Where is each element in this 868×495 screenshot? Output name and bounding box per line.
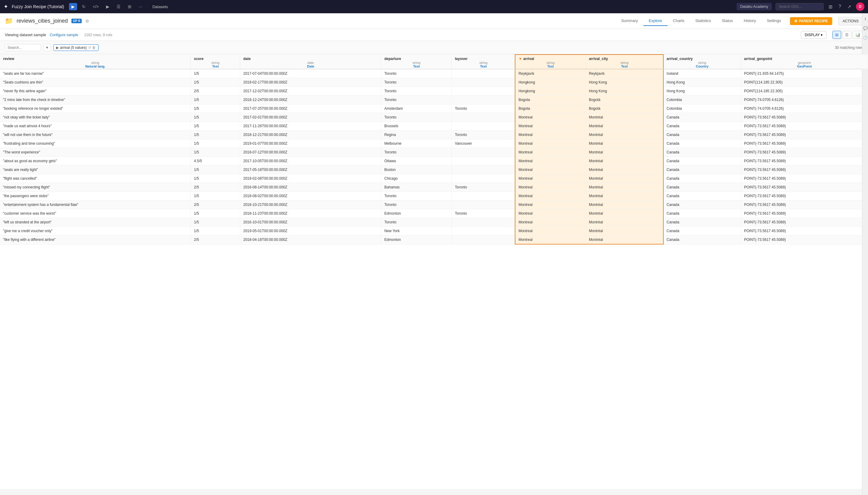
cell-arrival: Bogota [515,96,586,104]
more-button[interactable]: ··· [136,3,145,10]
cell-date: 2018-11-23T00:00:00.000Z [240,209,381,218]
cell-score: 1/5 [191,192,240,201]
table-row: "will not use them in the future" 1/5 20… [0,131,868,139]
col-header-score[interactable]: score string Text [191,54,240,69]
filter-tag-label: arrival (5 values) [60,46,87,50]
cell-arrival: Montreal [515,113,586,122]
cell-layover [452,157,515,166]
display-button[interactable]: DISPLAY ▾ [801,31,827,39]
cell-layover: Toronto [452,209,515,218]
sidebar-history-icon[interactable]: 🕐 [862,34,868,41]
sidebar-comment-icon[interactable]: 💬 [862,25,868,32]
list-view-button[interactable]: ☰ [843,31,851,39]
col-meaning-arrival-geopoint[interactable]: GeoPoint [744,65,865,68]
data-table: review string Natural lang. score string… [0,54,868,244]
actions-button[interactable]: ACTIONS [838,17,863,25]
code-button[interactable]: </> [90,3,101,10]
cell-score: 1/5 [191,174,240,183]
table-row: "Seats cushions are thin" 1/5 2019-02-17… [0,78,868,87]
settings-icon[interactable]: ⚙ [85,19,89,23]
col-meaning-arrival-city[interactable]: Text [589,65,660,68]
cell-arrival-country: Canada [663,131,741,139]
avatar[interactable]: D [856,2,864,11]
cell-arrival-geopoint: POINT(114.185 22.305) [741,87,868,96]
filter-chevron-button[interactable]: ▾ [44,44,51,51]
table-wrapper[interactable]: review string Natural lang. score string… [0,54,868,489]
col-header-review[interactable]: review string Natural lang. [0,54,191,69]
col-header-date[interactable]: date date Date [240,54,381,69]
cell-arrival-geopoint: POINT(-73.5617 45.5089) [741,209,868,218]
cell-date: 2018-10-21T00:00:00.000Z [240,201,381,209]
configure-sample-link[interactable]: Configure sample [50,33,78,37]
col-meaning-review[interactable]: Natural lang. [3,65,188,68]
cell-arrival-country: Canada [663,227,741,236]
cell-departure: Edmonton [381,209,452,218]
chart-icon[interactable]: ↗ [846,3,852,11]
datasets-button[interactable]: Datasets [150,3,171,10]
help-icon[interactable]: ? [837,3,843,11]
tab-summary[interactable]: Summary [616,16,643,26]
cell-score: 1/5 [191,148,240,157]
tab-history[interactable]: History [739,16,761,26]
cell-layover [452,122,515,131]
tab-statistics[interactable]: Statistics [690,16,716,26]
col-header-departure[interactable]: departure string Text [381,54,452,69]
sidebar-info-icon[interactable]: ℹ [862,16,868,22]
academy-button[interactable]: Dataiku Academy [736,3,772,10]
cell-arrival: Montreal [515,227,586,236]
cell-arrival-country: Canada [663,201,741,209]
col-meaning-arrival[interactable]: Text [518,65,583,68]
cell-arrival-geopoint: POINT(-73.5617 45.5089) [741,174,868,183]
col-header-arrival[interactable]: ▼ arrival string Text [515,54,586,69]
col-meaning-date[interactable]: Date [243,65,378,68]
sub-header: Viewing dataset sample Configure sample … [0,29,868,41]
filter-delete-icon[interactable]: 🗑 [92,46,96,50]
col-meaning-score[interactable]: Text [194,65,237,68]
col-meaning-layover[interactable]: Text [455,65,512,68]
filter-refresh-icon[interactable]: ↺ [88,46,91,50]
col-meaning-departure[interactable]: Text [384,65,449,68]
cell-arrival-country: Canada [663,218,741,227]
tab-status[interactable]: Status [716,16,739,26]
table-row: "made us wait almost 4 hours" 1/5 2017-1… [0,122,868,131]
cell-layover: Toronto [452,131,515,139]
parent-recipe-button[interactable]: ⚙ PARENT RECIPE [790,17,832,25]
tab-explore[interactable]: Explore [643,16,667,26]
col-name-arrival-country: arrival_country [667,57,738,61]
cell-arrival-geopoint: POINT(-73.5617 45.5089) [741,183,868,192]
cell-score: 2/5 [191,87,240,96]
col-header-arrival-city[interactable]: arrival_city string Text [586,54,663,69]
cell-review: "seats are really tight" [0,166,191,174]
grid-button[interactable]: ⊞ [125,3,134,10]
run-button[interactable]: ▶ [69,3,77,10]
cell-date: 2016-10-01T00:00:00.000Z [240,218,381,227]
filter-search-input[interactable] [5,44,41,51]
cell-arrival-geopoint: POINT(-73.5617 45.5089) [741,139,868,148]
cell-arrival: Montreal [515,174,586,183]
cell-arrival-city: Montréal [586,113,663,122]
refresh-button[interactable]: ↻ [80,3,88,10]
tab-charts[interactable]: Charts [667,16,690,26]
cell-arrival: Reykjavík [515,69,586,78]
filter-tag[interactable]: ▶ arrival (5 values) ↺ 🗑 [53,44,99,51]
cell-date: 2019-02-17T00:00:00.000Z [240,78,381,87]
col-header-layover[interactable]: layover string Text [452,54,515,69]
cell-score: 1/5 [191,78,240,87]
cell-score: 1/5 [191,218,240,227]
cell-review: "booking reference no longer existed" [0,104,191,113]
col-header-arrival-geopoint[interactable]: arrival_geopoint geopoint GeoPoint [741,54,868,69]
tab-settings[interactable]: Settings [761,16,786,26]
cell-arrival-city: Bogotá [586,96,663,104]
col-meaning-arrival-country[interactable]: Country [667,65,738,68]
play-button[interactable]: ▶ [104,3,112,10]
col-type-arrival-country: string [667,61,738,65]
grid-apps-icon[interactable]: ⊞ [827,3,834,11]
table-row: "the passengers were slobs" 1/5 2018-08-… [0,192,868,201]
cell-arrival: Montreal [515,157,586,166]
cell-arrival-geopoint: POINT(-73.5617 45.5089) [741,148,868,157]
search-input[interactable] [776,3,824,10]
col-header-arrival-country[interactable]: arrival_country string Country [663,54,741,69]
table-view-button[interactable]: ⊞ [832,31,841,39]
save-button[interactable]: ☰ [114,3,123,10]
cell-arrival: Montreal [515,166,586,174]
